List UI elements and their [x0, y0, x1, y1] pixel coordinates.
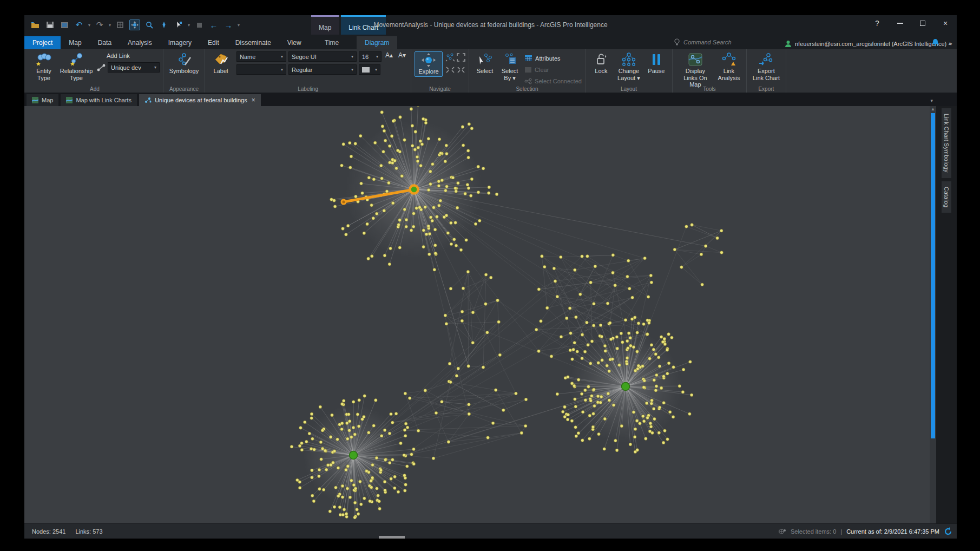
group-label-selection: Selection [469, 86, 585, 92]
selected-items: Selected items: 0 [791, 528, 836, 535]
link-chart-canvas[interactable]: ▲ [24, 106, 936, 523]
redo-icon[interactable]: ↷ [94, 19, 105, 30]
add-link-label: Add Link [107, 53, 160, 59]
change-layout-button[interactable]: Change Layout ▾ [614, 51, 644, 82]
zoom-tool-icon[interactable] [144, 19, 155, 30]
context-group-link-chart[interactable]: Link Chart [341, 15, 386, 35]
entity-type-button[interactable]: Entity Type [30, 51, 58, 82]
back-icon[interactable]: ← [208, 19, 219, 30]
tab-time[interactable]: Time [317, 36, 347, 49]
tab-project[interactable]: Project [24, 36, 61, 49]
fullscreen-icon[interactable] [457, 53, 465, 64]
tab-diagram[interactable]: Diagram [357, 36, 397, 49]
zoom-full-extent-icon[interactable] [445, 53, 455, 64]
doc-tab-map-with-link-charts[interactable]: Map with Link Charts [61, 94, 137, 106]
doc-tab-map[interactable]: Map [27, 94, 58, 106]
explore-button[interactable]: Explore [415, 51, 443, 77]
tab-map[interactable]: Map [61, 36, 89, 49]
label-button[interactable]: Label [208, 51, 233, 76]
font-color-dropdown[interactable]: ▾ [359, 64, 380, 75]
select-tool-icon[interactable] [173, 19, 184, 30]
add-link-icon [97, 64, 106, 71]
select-by-label: Select By ▾ [499, 68, 520, 81]
group-label-layout: Layout [586, 86, 672, 92]
display-links-on-map-button[interactable]: Display Links On Map [676, 51, 715, 89]
forward-icon[interactable]: → [223, 19, 234, 30]
relationship-type-button[interactable]: Relationship Type [58, 51, 95, 82]
export-link-chart-icon [759, 53, 774, 67]
symbology-button[interactable]: Symbology [167, 51, 201, 76]
context-group-map-label: Map [319, 24, 331, 31]
label-class-dropdown[interactable]: ▾ [236, 64, 286, 75]
minimize-button[interactable] [889, 15, 911, 31]
increase-font-button[interactable]: A▴ [384, 51, 394, 62]
scrollbar-thumb[interactable] [931, 113, 935, 438]
save-project-icon[interactable] [44, 19, 55, 30]
font-caret-icon: ▾ [351, 54, 353, 59]
help-button[interactable]: ? [866, 15, 889, 31]
context-group-link-chart-label: Link Chart [348, 24, 378, 31]
select-caret-icon[interactable]: ▾ [188, 23, 190, 28]
scrollbar-up-icon[interactable]: ▲ [931, 107, 935, 111]
vertical-scrollbar[interactable]: ▲ [930, 106, 936, 523]
font-size-caret-icon: ▾ [376, 54, 378, 59]
tab-disseminate[interactable]: Disseminate [227, 36, 279, 49]
tab-view[interactable]: View [279, 36, 310, 49]
attributes-button[interactable]: Attributes [524, 53, 582, 63]
quick-access-toolbar: ↶ ▾ ↷ ▾ ▾ ← → ▾ [24, 19, 240, 30]
tab-analysis[interactable]: Analysis [120, 36, 160, 49]
lock-button[interactable]: Lock [589, 51, 614, 76]
collapse-ribbon-icon[interactable]: ▲ [948, 41, 952, 46]
add-link-type-dropdown[interactable]: Unique dev ▾ [108, 62, 160, 73]
qat-customize-caret-icon[interactable]: ▾ [238, 23, 240, 28]
restore-button[interactable] [911, 15, 934, 31]
attributes-icon [524, 55, 532, 62]
doc-tab-unique-devices[interactable]: Unique devices at federal buildings × [139, 94, 261, 106]
close-button[interactable]: × [934, 15, 957, 31]
layers-tool-icon[interactable] [115, 19, 126, 30]
ribbon-group-export: Export Link Chart Export [747, 49, 786, 93]
undo-icon[interactable]: ↶ [74, 19, 84, 30]
package-icon[interactable] [59, 19, 70, 30]
link-analysis-button[interactable]: Link Analysis [715, 51, 743, 82]
status-bar: Nodes: 2541 Links: 573 Selected items: 0… [24, 523, 957, 539]
selection-globe-icon [779, 528, 786, 535]
pause-button[interactable]: Pause [644, 51, 669, 76]
tab-edit[interactable]: Edit [200, 36, 227, 49]
side-tab-link-chart-symbology[interactable]: Link Chart Symbology [942, 108, 951, 178]
context-group-map[interactable]: Map [311, 15, 339, 35]
explore-tool-icon[interactable] [129, 19, 140, 30]
side-tab-catalog[interactable]: Catalog [942, 181, 951, 213]
font-dropdown[interactable]: Segoe UI ▾ [288, 51, 357, 62]
document-tab-bar: Map Map with Link Charts Unique devices … [24, 93, 957, 106]
redo-caret-icon[interactable]: ▾ [109, 23, 111, 28]
command-search[interactable]: Command Search [671, 36, 771, 48]
open-project-icon[interactable] [30, 19, 41, 30]
ribbon-group-appearance: Symbology Appearance [163, 49, 205, 93]
font-size-dropdown[interactable]: 16 ▾ [359, 51, 382, 62]
refresh-icon[interactable] [944, 527, 952, 536]
tab-data[interactable]: Data [90, 36, 120, 49]
doc-tab-close-icon[interactable]: × [252, 96, 255, 104]
locate-tool-icon[interactable] [159, 19, 169, 30]
link-chart-graph [24, 106, 936, 523]
undo-caret-icon[interactable]: ▾ [88, 23, 90, 28]
fixed-zoom-in-icon[interactable] [445, 66, 455, 76]
doc-tab-map-label: Map [42, 97, 53, 103]
measure-tool-icon[interactable] [194, 19, 205, 30]
fixed-zoom-out-icon[interactable] [457, 66, 465, 76]
font-style-dropdown[interactable]: Regular ▾ [288, 64, 357, 75]
account-menu[interactable]: nfeuerstein@esri.com_arcgisforintel (Arc… [785, 40, 952, 48]
notifications-bell-icon[interactable] [931, 37, 939, 47]
select-by-button[interactable]: Select By ▾ [497, 51, 522, 82]
nodes-count: Nodes: 2541 [32, 528, 65, 535]
pause-icon [652, 53, 661, 67]
link-chart-view-icon [144, 97, 152, 103]
label-field-dropdown[interactable]: Name ▾ [236, 51, 286, 62]
decrease-font-button[interactable]: A▾ [397, 51, 407, 62]
tab-imagery[interactable]: Imagery [160, 36, 200, 49]
select-button[interactable]: Select [472, 51, 497, 76]
change-layout-icon [621, 53, 637, 67]
doc-tab-overflow-caret-icon[interactable]: ▾ [930, 98, 933, 103]
export-link-chart-button[interactable]: Export Link Chart [750, 51, 782, 82]
